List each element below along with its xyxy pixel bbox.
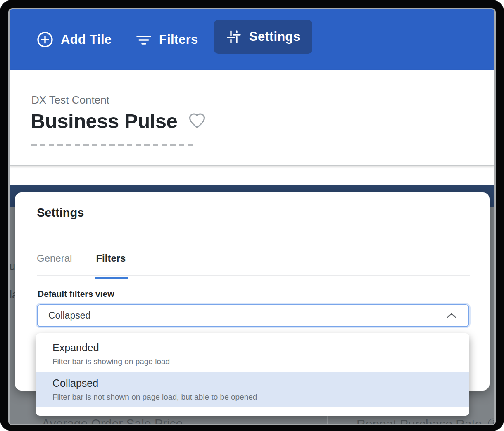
page-title: Business Pulse	[31, 109, 177, 133]
chevron-up-icon	[445, 312, 458, 320]
add-tile-button[interactable]: Add Tile	[37, 23, 112, 56]
breadcrumb-folder: DX Test Content	[31, 94, 109, 107]
app-window: Add Tile Filters	[8, 8, 496, 425]
filters-button[interactable]: Filters	[136, 23, 198, 56]
option-title: Expanded	[52, 342, 453, 354]
sliders-icon	[226, 29, 242, 45]
settings-label: Settings	[249, 29, 300, 44]
option-description: Filter bar is showing on page load	[52, 357, 453, 366]
option-title: Collapsed	[52, 377, 453, 389]
title-dashed-underline	[31, 144, 195, 146]
modal-title: Settings	[37, 206, 84, 220]
add-tile-label: Add Tile	[61, 32, 112, 47]
default-filters-view-select[interactable]: Collapsed	[37, 304, 469, 327]
option-expanded[interactable]: Expanded Filter bar is showing on page l…	[36, 336, 469, 372]
info-icon: ⓘ	[488, 417, 494, 424]
plus-circle-icon	[37, 31, 53, 48]
filters-label: Filters	[159, 32, 198, 47]
settings-button[interactable]: Settings	[214, 20, 312, 54]
dimmed-tile-title: Average Order Sale Price	[42, 417, 183, 424]
heart-outline-icon[interactable]	[188, 112, 206, 130]
dashboard-header: DX Test Content Business Pulse	[10, 70, 494, 166]
option-collapsed[interactable]: Collapsed Filter bar is not shown on pag…	[36, 372, 469, 407]
option-description: Filter bar is not shown on page load, bu…	[52, 393, 453, 402]
tabs-divider	[37, 275, 470, 276]
screenshot-frame: Add Tile Filters	[0, 0, 504, 431]
default-filters-view-label: Default filters view	[38, 289, 114, 299]
dimmed-tile-title: Repeat Purchase Rate ⓘ	[357, 417, 494, 424]
select-value: Collapsed	[48, 310, 445, 321]
filter-lines-icon	[136, 32, 152, 47]
select-options-popup: Expanded Filter bar is showing on page l…	[36, 333, 469, 416]
dashboard-toolbar: Add Tile Filters	[10, 9, 494, 70]
